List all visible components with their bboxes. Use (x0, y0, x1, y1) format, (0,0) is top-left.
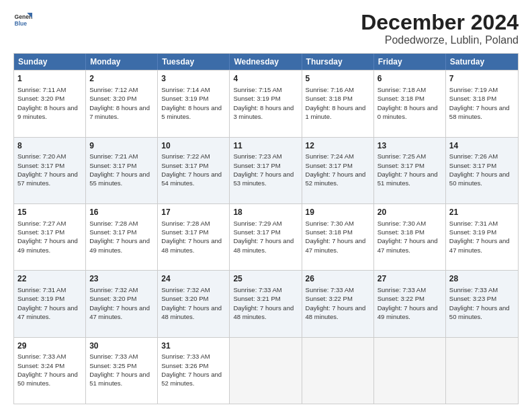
daylight-text: Daylight: 7 hours and 47 minutes. (378, 237, 438, 253)
sunrise-text: Sunrise: 7:31 AM (449, 220, 498, 227)
sunset-text: Sunset: 3:18 PM (378, 228, 425, 236)
title-area: December 2024 Podedworze, Lublin, Poland (361, 11, 519, 46)
daylight-text: Daylight: 7 hours and 48 minutes. (233, 237, 294, 253)
daylight-text: Daylight: 7 hours and 48 minutes. (161, 304, 222, 320)
day-number: 7 (449, 73, 515, 85)
calendar-row-1: 1Sunrise: 7:11 AMSunset: 3:20 PMDaylight… (14, 70, 518, 136)
day-of-week-saturday: Saturday (446, 54, 518, 70)
sunrise-text: Sunrise: 7:29 AM (233, 220, 281, 227)
sunset-text: Sunset: 3:18 PM (306, 95, 353, 102)
sunrise-text: Sunrise: 7:33 AM (449, 286, 498, 293)
day-of-week-sunday: Sunday (14, 54, 86, 70)
sunrise-text: Sunrise: 7:20 AM (17, 152, 66, 160)
daylight-text: Daylight: 7 hours and 55 minutes. (89, 171, 150, 187)
daylight-text: Daylight: 7 hours and 53 minutes. (233, 171, 294, 187)
day-number: 28 (449, 273, 515, 285)
day-number: 12 (306, 140, 370, 152)
calendar-subtitle: Podedworze, Lublin, Poland (361, 34, 519, 46)
sunset-text: Sunset: 3:17 PM (17, 228, 64, 236)
sunset-text: Sunset: 3:22 PM (378, 295, 425, 302)
sunset-text: Sunset: 3:25 PM (89, 362, 136, 369)
day-number: 27 (378, 273, 442, 285)
sunset-text: Sunset: 3:17 PM (89, 162, 136, 169)
daylight-text: Daylight: 7 hours and 49 minutes. (378, 304, 438, 320)
day-number: 29 (17, 340, 82, 352)
sunrise-text: Sunrise: 7:21 AM (89, 152, 138, 160)
day-cell-16: 16Sunrise: 7:28 AMSunset: 3:17 PMDayligh… (86, 204, 158, 270)
day-cell-2: 2Sunrise: 7:12 AMSunset: 3:20 PMDaylight… (86, 71, 158, 136)
daylight-text: Daylight: 7 hours and 49 minutes. (89, 237, 150, 253)
sunrise-text: Sunrise: 7:14 AM (161, 86, 210, 93)
daylight-text: Daylight: 7 hours and 47 minutes. (306, 237, 366, 253)
empty-cell-4-5 (374, 338, 446, 404)
daylight-text: Daylight: 7 hours and 47 minutes. (449, 237, 510, 253)
daylight-text: Daylight: 8 hours and 0 minutes. (378, 104, 438, 120)
daylight-text: Daylight: 7 hours and 50 minutes. (17, 371, 78, 387)
day-cell-7: 7Sunrise: 7:19 AMSunset: 3:18 PMDaylight… (446, 71, 518, 136)
daylight-text: Daylight: 8 hours and 7 minutes. (89, 104, 150, 120)
sunset-text: Sunset: 3:17 PM (161, 228, 208, 236)
sunset-text: Sunset: 3:20 PM (17, 95, 64, 102)
daylight-text: Daylight: 8 hours and 1 minute. (306, 104, 366, 120)
daylight-text: Daylight: 7 hours and 50 minutes. (449, 304, 510, 320)
empty-cell-4-6 (446, 338, 518, 404)
sunrise-text: Sunrise: 7:15 AM (233, 86, 281, 93)
sunset-text: Sunset: 3:20 PM (161, 295, 208, 302)
day-cell-29: 29Sunrise: 7:33 AMSunset: 3:24 PMDayligh… (14, 338, 86, 404)
sunset-text: Sunset: 3:17 PM (233, 162, 280, 169)
calendar-header: SundayMondayTuesdayWednesdayThursdayFrid… (14, 54, 518, 70)
sunrise-text: Sunrise: 7:11 AM (17, 86, 66, 93)
day-cell-9: 9Sunrise: 7:21 AMSunset: 3:17 PMDaylight… (86, 138, 158, 203)
calendar: SundayMondayTuesdayWednesdayThursdayFrid… (13, 53, 519, 404)
day-cell-21: 21Sunrise: 7:31 AMSunset: 3:19 PMDayligh… (446, 204, 518, 270)
sunset-text: Sunset: 3:20 PM (89, 295, 136, 302)
day-cell-20: 20Sunrise: 7:30 AMSunset: 3:18 PMDayligh… (374, 204, 446, 270)
calendar-body: 1Sunrise: 7:11 AMSunset: 3:20 PMDaylight… (14, 70, 518, 404)
day-cell-27: 27Sunrise: 7:33 AMSunset: 3:22 PMDayligh… (374, 271, 446, 336)
calendar-row-5: 29Sunrise: 7:33 AMSunset: 3:24 PMDayligh… (14, 337, 518, 404)
calendar-title: December 2024 (361, 11, 519, 34)
sunrise-text: Sunrise: 7:24 AM (306, 152, 354, 160)
empty-cell-4-3 (230, 338, 302, 404)
day-number: 25 (233, 273, 298, 285)
sunrise-text: Sunrise: 7:33 AM (17, 353, 66, 360)
day-cell-14: 14Sunrise: 7:26 AMSunset: 3:17 PMDayligh… (446, 138, 518, 203)
day-of-week-wednesday: Wednesday (230, 54, 302, 70)
sunset-text: Sunset: 3:17 PM (17, 162, 64, 169)
sunrise-text: Sunrise: 7:30 AM (306, 220, 354, 227)
day-of-week-monday: Monday (86, 54, 158, 70)
day-number: 2 (89, 73, 154, 85)
day-number: 8 (17, 140, 82, 152)
daylight-text: Daylight: 7 hours and 47 minutes. (89, 304, 150, 320)
sunrise-text: Sunrise: 7:30 AM (378, 220, 426, 227)
daylight-text: Daylight: 8 hours and 3 minutes. (233, 104, 294, 120)
sunrise-text: Sunrise: 7:33 AM (378, 286, 426, 293)
calendar-row-4: 22Sunrise: 7:31 AMSunset: 3:19 PMDayligh… (14, 270, 518, 336)
day-cell-5: 5Sunrise: 7:16 AMSunset: 3:18 PMDaylight… (302, 71, 374, 136)
day-number: 21 (449, 207, 515, 218)
sunset-text: Sunset: 3:26 PM (161, 362, 208, 369)
daylight-text: Daylight: 7 hours and 48 minutes. (161, 237, 222, 253)
day-number: 31 (161, 340, 226, 352)
day-of-week-tuesday: Tuesday (158, 54, 230, 70)
day-cell-13: 13Sunrise: 7:25 AMSunset: 3:17 PMDayligh… (374, 138, 446, 203)
svg-text:Blue: Blue (15, 20, 28, 27)
sunset-text: Sunset: 3:19 PM (17, 295, 64, 302)
sunset-text: Sunset: 3:18 PM (449, 95, 496, 102)
sunset-text: Sunset: 3:20 PM (89, 95, 136, 102)
day-cell-10: 10Sunrise: 7:22 AMSunset: 3:17 PMDayligh… (158, 138, 230, 203)
day-cell-25: 25Sunrise: 7:33 AMSunset: 3:21 PMDayligh… (230, 271, 302, 336)
daylight-text: Daylight: 7 hours and 47 minutes. (17, 304, 78, 320)
sunrise-text: Sunrise: 7:23 AM (233, 152, 281, 160)
day-number: 13 (378, 140, 442, 152)
day-cell-22: 22Sunrise: 7:31 AMSunset: 3:19 PMDayligh… (14, 271, 86, 336)
day-cell-30: 30Sunrise: 7:33 AMSunset: 3:25 PMDayligh… (86, 338, 158, 404)
daylight-text: Daylight: 7 hours and 48 minutes. (233, 304, 294, 320)
day-cell-8: 8Sunrise: 7:20 AMSunset: 3:17 PMDaylight… (14, 138, 86, 203)
sunrise-text: Sunrise: 7:28 AM (89, 220, 138, 227)
day-cell-4: 4Sunrise: 7:15 AMSunset: 3:19 PMDaylight… (230, 71, 302, 136)
sunset-text: Sunset: 3:18 PM (306, 228, 353, 236)
empty-cell-4-4 (302, 338, 374, 404)
sunset-text: Sunset: 3:17 PM (449, 162, 496, 169)
logo-icon: General Blue (13, 11, 32, 30)
